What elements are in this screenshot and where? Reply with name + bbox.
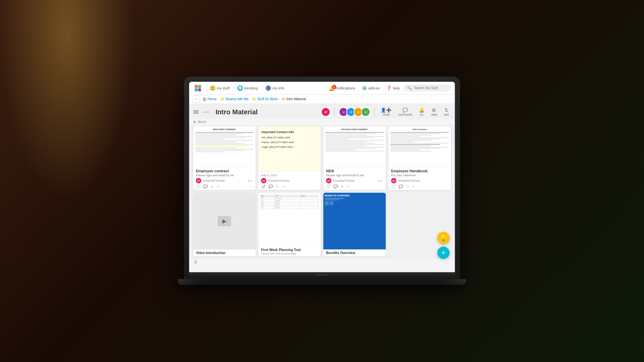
avatar-group: U U U U <box>339 107 370 117</box>
card-avatar: AT <box>326 178 331 183</box>
card-meta: AT AmandaThomas 1 ✓ <box>326 178 383 183</box>
card-video[interactable]: ▶ Video Introduction <box>193 193 256 256</box>
help-button[interactable]: ❓ help <box>384 84 402 92</box>
search-bar[interactable]: 🔍 <box>404 84 451 92</box>
svg-point-1 <box>198 85 201 88</box>
card-desc: For your reference <box>391 174 448 177</box>
breadcrumb-shared[interactable]: 📁 Shared with Me <box>220 97 249 101</box>
share-icon[interactable]: ↗ <box>282 184 285 189</box>
card-meta: Aug 5, 2019 <box>261 174 318 177</box>
comment-icon[interactable]: 💬 <box>333 184 338 189</box>
comment-icon[interactable]: 💬 <box>268 184 273 189</box>
heart-icon[interactable]: ♡ <box>406 184 409 189</box>
card-footer: Employee Handbook For your reference AT … <box>388 167 451 190</box>
trash-icon[interactable]: 🗑 <box>193 259 198 264</box>
breadcrumb-sep-3: › <box>279 98 280 101</box>
breadcrumb-current: 📁 Intro Material <box>281 97 306 101</box>
check-badge: 1 ✓ <box>378 179 383 182</box>
card-footer: Employee contract Please sign and email … <box>193 167 256 190</box>
float-buttons: 💡 + <box>437 232 449 259</box>
share-icon[interactable]: ↗ <box>412 184 415 189</box>
add-button[interactable]: + <box>437 247 449 259</box>
notifications-button[interactable]: 🔔 4 notifications <box>326 84 358 92</box>
pdf-icon[interactable]: 📄 <box>326 184 331 189</box>
divider <box>334 108 335 116</box>
card-desc: Please sign and email to me <box>196 174 253 177</box>
card-title: NDA <box>326 169 383 173</box>
tab-my-info[interactable]: 👤 my info <box>262 84 287 92</box>
partial-footer: Video Introduction <box>193 249 256 256</box>
card-avatar: AT <box>391 178 396 183</box>
heart-icon[interactable]: ♡ <box>276 184 279 189</box>
check-badge: 1 ✓ <box>248 179 253 182</box>
card-avatar: AT <box>196 178 201 183</box>
svg-point-0 <box>195 85 198 88</box>
search-input[interactable] <box>414 86 447 90</box>
card-actions: 📄 💬 ✓ ↗ <box>196 184 253 189</box>
breadcrumb-bar: ‹ 🏠 Home › 📁 Shared with Me › 📁 Stuff fo… <box>189 95 455 104</box>
card-meta: AT AmandaThomas <box>391 178 448 183</box>
card-avatar: AT <box>261 178 266 183</box>
pdf-icon[interactable]: 📄 <box>196 184 201 189</box>
share-icon[interactable]: ↗ <box>346 184 350 189</box>
divider-2 <box>374 108 375 116</box>
trash-area: 🗑 <box>189 259 455 266</box>
share-icon[interactable]: ↗ <box>216 184 219 189</box>
card-author-meta: AT AmandaThomas <box>261 178 318 183</box>
tab-my-stuff[interactable]: 🏠 my stuff <box>207 84 233 92</box>
on-button[interactable]: 🔔 on <box>417 107 426 117</box>
card-actions: 📄 💬 ✓ ↗ <box>326 184 383 189</box>
card-title: Employee Handbook <box>391 169 448 173</box>
page-title: Intro Material <box>216 108 319 116</box>
svg-point-2 <box>195 88 198 92</box>
card-first-week[interactable]: DayTaskStatus MonOrientation✓ TueTrainin… <box>258 193 321 256</box>
partial-footer: First Week Planning Tool Please take tim… <box>258 246 321 256</box>
items-label: ⊞ items <box>189 119 455 125</box>
card-benefits[interactable]: BENEFITS OVERVIEW <box>323 193 386 256</box>
svg-point-3 <box>198 88 201 92</box>
back-button[interactable]: ‹ <box>193 96 200 103</box>
comments-button[interactable]: 💬 comments <box>396 107 414 117</box>
card-actions: 📄 💬 ♡ ↗ <box>391 184 448 189</box>
menu-icon[interactable] <box>193 110 199 114</box>
main-content: EMPLOYMENT AGREEMENT <box>189 125 455 259</box>
check-icon[interactable]: ✓ <box>211 184 214 189</box>
card-employee-handbook[interactable]: Table of Contents <box>388 126 451 190</box>
card-nda[interactable]: NON-DISCLOSURE AGREEMENT <box>323 126 386 190</box>
sort-button[interactable]: ⇅ sort <box>442 107 451 117</box>
card-title: Employee contract <box>196 169 253 173</box>
card-footer: NDA Please sign and email to me AT Amand… <box>323 167 386 190</box>
avatar-single: AT <box>321 107 330 117</box>
pdf-icon[interactable]: 📄 <box>391 184 396 189</box>
header-actions: AT U U U U 👤➕ invite <box>321 107 451 117</box>
comment-icon[interactable]: 💬 <box>203 184 208 189</box>
invite-button[interactable]: 👤➕ invite <box>379 107 393 117</box>
breadcrumb-sep-1: › <box>218 98 219 101</box>
card-important-contact[interactable]: Important Contact Info HR: (602) 877-985… <box>258 126 321 190</box>
app-logo <box>193 83 203 93</box>
view-button[interactable]: ⊞ view <box>429 107 439 117</box>
breadcrumb-work[interactable]: 📁 Stuff for Work <box>252 97 278 101</box>
breadcrumb-sep-2: › <box>250 98 251 101</box>
search-icon: 🔍 <box>407 86 412 90</box>
check-icon[interactable]: ✓ <box>341 184 344 189</box>
cards-grid: EMPLOYMENT AGREEMENT <box>189 125 455 259</box>
card-meta: AT AmandaThomas 1 ✓ <box>196 178 253 183</box>
addon-button[interactable]: ⚙️ add-on <box>359 84 382 92</box>
avatar-4: U <box>361 107 370 117</box>
partial-footer: Benefits Overview <box>323 249 386 256</box>
idea-button[interactable]: 💡 <box>437 232 449 244</box>
nav-bar: 🏠 my stuff 📈 trending 👤 my info <box>189 82 455 95</box>
avatar-owner: AT <box>321 107 330 117</box>
breadcrumb-home[interactable]: 🏠 Home <box>203 97 217 101</box>
tab-trending[interactable]: 📈 trending <box>234 84 261 92</box>
card-employee-contract[interactable]: EMPLOYMENT AGREEMENT <box>193 126 256 190</box>
page-header: menu Intro Material AT U U U <box>189 104 455 119</box>
note-icon[interactable]: 📝 <box>261 184 266 189</box>
card-footer: Aug 5, 2019 AT AmandaThomas 📝 💬 <box>258 171 321 190</box>
comment-icon[interactable]: 💬 <box>398 184 403 189</box>
card-desc: Please sign and email to me <box>326 174 383 177</box>
notification-badge: 4 <box>332 85 336 89</box>
card-actions: 📝 💬 ♡ ↗ <box>261 184 318 189</box>
